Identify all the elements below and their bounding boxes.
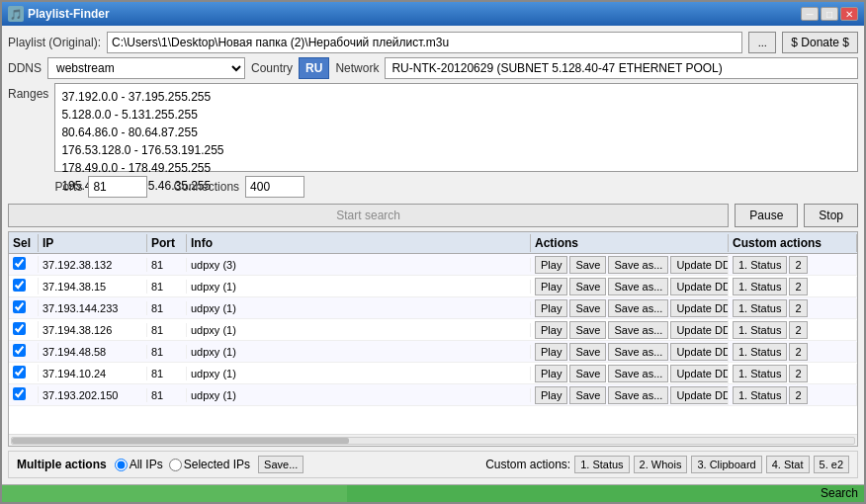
save-button[interactable]: Save [569, 343, 606, 361]
row-ip: 37.194.38.126 [39, 323, 147, 337]
custom2-button[interactable]: 2 [789, 278, 807, 295]
save-as-button[interactable]: Save as... [608, 343, 668, 361]
row-ip: 37.193.202.150 [39, 388, 147, 402]
multiple-actions-bar: Multiple actions All IPs Selected IPs Sa… [8, 451, 858, 478]
custom-action-3[interactable]: 3. Clipboard [691, 456, 761, 473]
browse-button[interactable]: ... [748, 32, 776, 53]
save-button[interactable]: Save [569, 321, 606, 339]
horizontal-scrollbar[interactable] [9, 434, 857, 446]
stop-button[interactable]: Stop [804, 204, 858, 227]
custom2-button[interactable]: 2 [789, 256, 807, 274]
status-button[interactable]: 1. Status [733, 278, 787, 295]
row-custom-actions: 1. Status 2 [729, 385, 857, 405]
table-row: 37.192.38.132 81 udpxy (3) Play Save Sav… [9, 254, 857, 276]
custom-actions-group: Custom actions: 1. Status 2. Whois 3. Cl… [485, 456, 849, 473]
ddns-select[interactable]: webstream [47, 57, 245, 79]
update-ddns-button[interactable]: Update DDNS [670, 321, 729, 339]
custom-action-2[interactable]: 2. Whois [634, 456, 688, 473]
row-info: udpxy (1) [187, 323, 531, 337]
country-label: Country [251, 61, 293, 75]
status-button[interactable]: 1. Status [733, 299, 787, 317]
row-checkbox[interactable] [9, 321, 39, 338]
update-ddns-button[interactable]: Update DDNS [670, 278, 729, 295]
close-button[interactable]: ✕ [840, 7, 858, 21]
update-ddns-button[interactable]: Update DDNS [670, 386, 729, 404]
save-button[interactable]: Save [569, 365, 606, 382]
progress-bar-row: Search [2, 484, 864, 502]
header-info: Info [187, 234, 531, 252]
row-actions: Play Save Save as... Update DDNS [531, 364, 729, 383]
save-as-button[interactable]: Save as... [608, 278, 668, 295]
row-checkbox[interactable] [9, 343, 39, 360]
minimize-button[interactable]: ─ [801, 7, 819, 21]
start-search-button[interactable]: Start search [8, 204, 729, 227]
pause-button[interactable]: Pause [735, 204, 798, 227]
custom2-button[interactable]: 2 [789, 365, 807, 382]
status-button[interactable]: 1. Status [733, 365, 787, 382]
titlebar-buttons: ─ □ ✕ [801, 7, 858, 21]
row-actions: Play Save Save as... Update DDNS [531, 342, 729, 362]
row-port: 81 [147, 367, 187, 380]
header-ip: IP [39, 234, 147, 252]
custom-action-4[interactable]: 4. Stat [766, 456, 810, 473]
custom-action-5[interactable]: 5. e2 [814, 456, 849, 473]
save-button[interactable]: Save [569, 386, 606, 404]
update-ddns-button[interactable]: Update DDNS [670, 365, 729, 382]
save-button[interactable]: Save [569, 299, 606, 317]
network-label: Network [335, 61, 379, 75]
status-button[interactable]: 1. Status [733, 321, 787, 339]
update-ddns-button[interactable]: Update DDNS [670, 299, 729, 317]
status-button[interactable]: 1. Status [733, 343, 787, 361]
save-as-button[interactable]: Save as... [608, 299, 668, 317]
playlist-input[interactable] [107, 32, 742, 53]
row-info: udpxy (1) [187, 301, 531, 315]
table-row: 37.193.144.233 81 udpxy (1) Play Save Sa… [9, 297, 857, 319]
row-checkbox[interactable] [9, 278, 39, 294]
network-info: RU-NTK-20120629 (SUBNET 5.128.40-47 ETHE… [385, 57, 858, 79]
maximize-button[interactable]: □ [821, 7, 838, 21]
country-button[interactable]: RU [299, 57, 329, 79]
row-port: 81 [147, 345, 187, 359]
row-ip: 37.194.48.58 [39, 345, 147, 359]
save-button[interactable]: Save [569, 278, 606, 295]
custom2-button[interactable]: 2 [789, 386, 807, 404]
ports-input[interactable] [88, 176, 147, 198]
row-port: 81 [147, 280, 187, 294]
update-ddns-button[interactable]: Update DDNS [670, 343, 729, 361]
play-button[interactable]: Play [535, 321, 567, 339]
table-row: 37.194.10.24 81 udpxy (1) Play Save Save… [9, 363, 857, 384]
row-checkbox[interactable] [9, 256, 39, 273]
selected-ips-radio[interactable]: Selected IPs [169, 458, 250, 471]
row-port: 81 [147, 323, 187, 337]
play-button[interactable]: Play [535, 343, 567, 361]
row-custom-actions: 1. Status 2 [729, 320, 857, 340]
status-button[interactable]: 1. Status [733, 256, 787, 274]
play-button[interactable]: Play [535, 299, 567, 317]
play-button[interactable]: Play [535, 278, 567, 295]
connections-input[interactable] [245, 176, 304, 198]
custom2-button[interactable]: 2 [789, 321, 807, 339]
donate-button[interactable]: $ Donate $ [782, 32, 858, 53]
custom-action-1[interactable]: 1. Status [574, 456, 629, 473]
row-checkbox[interactable] [9, 386, 39, 403]
save-button[interactable]: Save [569, 256, 606, 274]
custom2-button[interactable]: 2 [789, 343, 807, 361]
update-ddns-button[interactable]: Update DDNS [670, 256, 729, 274]
play-button[interactable]: Play [535, 386, 567, 404]
custom2-button[interactable]: 2 [789, 299, 807, 317]
table-row: 37.194.38.126 81 udpxy (1) Play Save Sav… [9, 319, 857, 341]
range-item: 176.53.128.0 - 176.53.191.255 [61, 141, 851, 159]
multiple-save-button[interactable]: Save... [258, 456, 303, 473]
row-checkbox[interactable] [9, 299, 39, 316]
save-as-button[interactable]: Save as... [608, 386, 668, 404]
status-button[interactable]: 1. Status [733, 386, 787, 404]
row-checkbox[interactable] [9, 365, 39, 381]
play-button[interactable]: Play [535, 365, 567, 382]
save-as-button[interactable]: Save as... [608, 365, 668, 382]
play-button[interactable]: Play [535, 256, 567, 274]
custom-actions-label: Custom actions: [485, 458, 570, 471]
save-as-button[interactable]: Save as... [608, 256, 668, 274]
all-ips-radio[interactable]: All IPs [115, 458, 163, 471]
save-as-button[interactable]: Save as... [608, 321, 668, 339]
row-custom-actions: 1. Status 2 [729, 277, 857, 296]
